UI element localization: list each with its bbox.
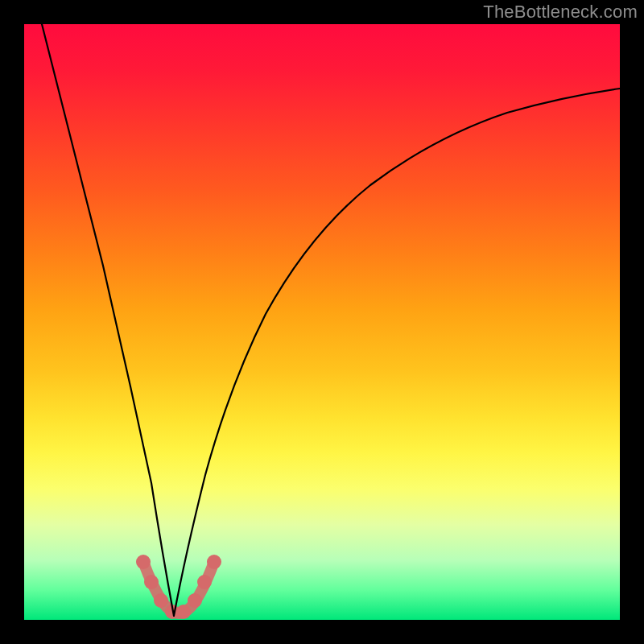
curve-right-branch: [174, 89, 620, 616]
highlight-dot: [176, 605, 191, 619]
bottleneck-curve: [24, 24, 620, 620]
highlight-dot: [144, 575, 159, 589]
highlight-dot: [188, 593, 202, 608]
highlight-dot: [154, 593, 168, 608]
curve-left-branch: [42, 24, 174, 616]
plot-area: [24, 24, 620, 620]
highlight-dot: [136, 555, 151, 569]
highlight-dot: [197, 575, 212, 589]
watermark-text: TheBottleneck.com: [483, 2, 638, 23]
highlight-dot: [207, 555, 221, 569]
chart-frame: TheBottleneck.com: [0, 0, 644, 644]
